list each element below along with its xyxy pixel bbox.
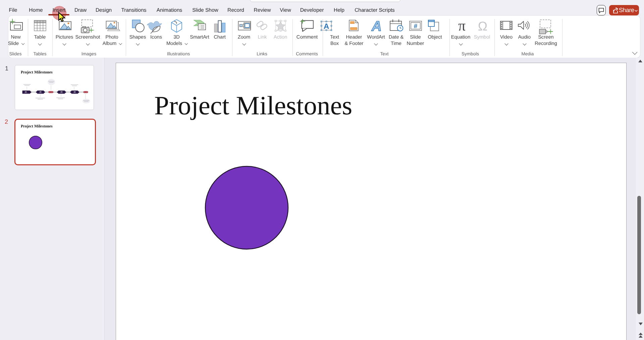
svg-text:Ω: Ω [478, 19, 487, 34]
svg-text:Q4: Q4 [74, 91, 76, 93]
svg-text:π: π [458, 17, 466, 34]
svg-text:#: # [414, 23, 418, 30]
svg-text:Q3: Q3 [61, 91, 63, 93]
svg-text:Q1: Q1 [25, 91, 27, 93]
svg-text:A: A [324, 22, 329, 31]
svg-text:Q2: Q2 [40, 91, 42, 93]
svg-text:A: A [371, 18, 382, 34]
